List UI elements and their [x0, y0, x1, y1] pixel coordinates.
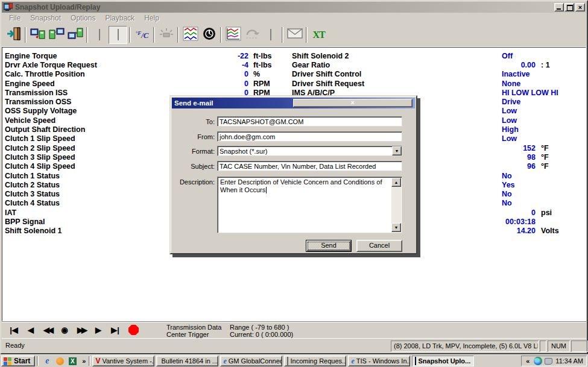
scroll-down-icon[interactable]: ▼: [391, 223, 401, 232]
taskbar-divider: [37, 356, 39, 366]
task-button[interactable]: eTIS - Windows In...: [348, 356, 410, 366]
menu-help[interactable]: Help: [139, 13, 164, 23]
dialog-close-icon[interactable]: ×: [293, 99, 413, 107]
combined-graph-view-button[interactable]: [224, 26, 242, 44]
start-button[interactable]: Start: [1, 356, 35, 366]
window-icon: [287, 357, 288, 365]
parameter-unit: °F: [541, 144, 549, 152]
minimize-icon[interactable]: [554, 3, 564, 11]
data-source-label: Transmission Data: [166, 324, 221, 331]
parameter-name: Clutch 4 Slip Speed: [2, 162, 197, 171]
center-trigger-button[interactable]: ◉: [58, 325, 71, 334]
menu-playback[interactable]: Playback: [100, 13, 139, 23]
dialog-title: Send e-mail: [174, 99, 293, 107]
parameter-unit: : 1: [541, 61, 550, 69]
parameter-name: Transmission ISS: [2, 89, 197, 97]
horizontal-list-view-button[interactable]: [90, 26, 109, 44]
parameter-value: HI LOW LOW HI: [458, 89, 536, 97]
parameter-name: Drvr Axle Torque Request: [2, 61, 197, 69]
step-back-button[interactable]: ◀: [25, 325, 37, 334]
status-empty-panel-2: [571, 340, 588, 352]
dropdown-arrow-icon[interactable]: ▼: [392, 146, 402, 155]
go-to-start-button[interactable]: |◀: [8, 325, 20, 334]
pc-to-tool-transfer-button[interactable]: [66, 26, 84, 44]
parameter-value: Low: [458, 134, 536, 143]
parameter-unit: °F: [541, 153, 549, 162]
new-page-icon: [270, 30, 271, 40]
from-label: From:: [174, 133, 215, 140]
toolbar-separator: [177, 27, 179, 43]
task-button[interactable]: VVantive System -...: [92, 356, 154, 366]
taskbar-clock: 11:34 AM: [555, 357, 583, 365]
menu-file[interactable]: File: [4, 13, 25, 23]
description-scrollbar[interactable]: ▲ ▼: [391, 178, 401, 232]
rewind-button[interactable]: ◀◀: [42, 325, 54, 334]
internet-explorer-icon[interactable]: e: [42, 356, 52, 366]
horizontal-list-icon: [99, 30, 100, 40]
send-email-dialog: Send e-mail × To: TACSNAPSHOT@GM.COM Fro…: [169, 95, 417, 254]
network-globe-icon[interactable]: [534, 357, 542, 365]
parameter-value: 00:03:18: [458, 218, 536, 226]
messenger-icon[interactable]: [545, 358, 552, 365]
email-icon: [287, 28, 303, 41]
taskbar: Start eX » VVantive System -...Bulletin …: [0, 354, 588, 367]
task-button-label: Snapshot Uplo...: [418, 357, 470, 365]
task-button[interactable]: eGM GlobalConnec...: [220, 356, 282, 366]
tools-button[interactable]: XT: [309, 26, 328, 44]
parameter-value: Inactive: [458, 70, 536, 78]
tool-to-pc-transfer-button[interactable]: [47, 26, 66, 44]
task-button-label: GM GlobalConnec...: [229, 357, 283, 365]
task-button-label: TIS - Windows In...: [356, 357, 411, 365]
toolbar-separator: [282, 27, 283, 43]
status-ready-text: Ready: [5, 342, 25, 349]
from-field[interactable]: john.doe@gm.com: [217, 131, 402, 142]
gauge-view-button[interactable]: [200, 26, 218, 44]
playback-bar: |◀◀◀◀◉▶▶▶▶| Transmission Data Center Tri…: [2, 321, 586, 338]
excel-icon[interactable]: X: [68, 356, 77, 366]
dialog-titlebar[interactable]: Send e-mail ×: [172, 98, 415, 108]
vehicle-info-panel: (8) 2008, LD Trk, MPV, Incomplete, (5) 6…: [391, 340, 539, 352]
quick-launch-overflow-icon[interactable]: »: [81, 357, 87, 365]
cancel-button[interactable]: Cancel: [356, 240, 402, 252]
flash-icon: [159, 28, 174, 42]
menu-options[interactable]: Options: [66, 13, 100, 23]
to-field[interactable]: TACSNAPSHOT@GM.COM: [217, 116, 402, 127]
task-button[interactable]: Bulletin 41864 in ...: [156, 356, 218, 366]
fahrenheit-celsius-toggle-button[interactable]: °F/C: [133, 26, 151, 44]
lotus-notes-icon[interactable]: [55, 356, 65, 366]
parameter-name: Engine Torque: [2, 52, 197, 60]
close-icon[interactable]: ×: [575, 3, 585, 11]
parameter-value: Drive: [458, 98, 536, 106]
range-label: Range ( -79 to 680 ): [230, 324, 293, 331]
upload-from-tool-button[interactable]: [28, 26, 47, 44]
send-email-button[interactable]: [285, 26, 304, 44]
task-button[interactable]: Snapshot Uplo...: [412, 356, 474, 366]
format-dropdown[interactable]: Snapshot (*.sur) ▼: [217, 146, 402, 156]
current-position-label: Current: 0 ( 0:00.000): [230, 331, 293, 338]
internet-explorer-icon: e: [223, 357, 226, 366]
description-field[interactable]: Enter Description of Vehicle Concern and…: [217, 177, 402, 233]
exit-button[interactable]: [4, 26, 23, 44]
table-row: Engine Speed0RPMDriver Shift RequestNone: [2, 79, 586, 88]
subject-field[interactable]: TAC CASE Number, Vin Number, Data List R…: [217, 161, 402, 171]
task-button[interactable]: Incoming Reques...: [284, 356, 346, 366]
parameter-value: None: [458, 80, 536, 88]
menu-snapshot[interactable]: Snapshot: [25, 13, 66, 23]
new-page-button[interactable]: [261, 26, 280, 44]
parameter-value: No: [458, 190, 536, 198]
tray-chevron-icon[interactable]: «: [525, 357, 531, 365]
vertical-list-view-button[interactable]: [109, 26, 127, 44]
go-to-end-button[interactable]: ▶|: [109, 325, 121, 334]
play-button[interactable]: ▶: [92, 325, 104, 334]
parameter-name: OSS Supply Voltage: [2, 107, 197, 115]
multi-graph-view-button[interactable]: [181, 26, 200, 44]
table-row: Drvr Axle Torque Request-4ft-lbsGear Rat…: [2, 60, 586, 69]
scroll-up-icon[interactable]: ▲: [391, 178, 401, 187]
task-button-label: Incoming Reques...: [290, 357, 346, 365]
restore-icon[interactable]: [564, 3, 574, 11]
toolbar-separator: [220, 27, 222, 43]
fast-forward-button[interactable]: ▶▶: [75, 325, 87, 334]
send-button[interactable]: Send: [306, 240, 352, 252]
parameter-name: Output Shaft Direction: [2, 125, 197, 134]
record-stop-button[interactable]: [128, 325, 139, 335]
